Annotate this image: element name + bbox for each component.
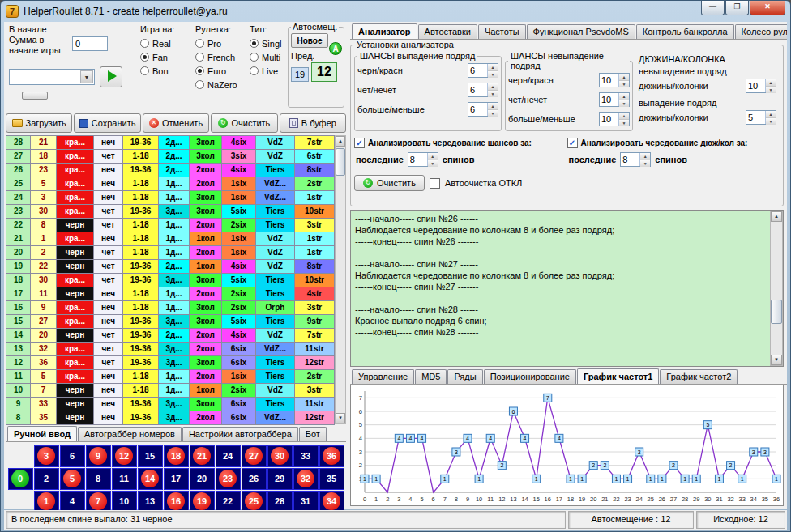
board-cell-1[interactable]: 1 [34,491,59,513]
close-button[interactable]: ✕ [750,1,785,15]
input-tab-0[interactable]: Ручной ввод [7,426,77,441]
hit-0-input[interactable] [468,64,487,77]
table-row[interactable]: 1527кра...неч19-363д...3кол5sixTiers9str [6,315,335,329]
miss-1-down-icon[interactable]: ▼ [619,100,629,107]
title-bar[interactable]: 7 HelperRoullet 8.71 - create helperroul… [1,1,790,22]
combo-dropdown-icon[interactable]: ▼ [80,70,93,83]
chart-tab-4[interactable]: График частот1 [577,368,659,384]
board-cell-33[interactable]: 33 [293,445,319,467]
start-sum-input[interactable] [72,36,108,51]
hit-1-down-icon[interactable]: ▼ [488,91,498,97]
chart-tab-3[interactable]: Позиционирование [484,369,576,384]
board-cell-31[interactable]: 31 [293,491,319,513]
board-cell-28[interactable]: 28 [267,491,293,513]
new-autoshift-button[interactable]: Новое [291,33,328,48]
analyzer-tab-1[interactable]: Автоставки [418,24,477,39]
scroll-up-icon[interactable]: ▲ [336,136,345,147]
table-row[interactable]: 1711черннеч1-181д...2кол2sixTiers4str [6,287,335,301]
dozen-miss-up-icon[interactable]: ▲ [766,79,776,87]
table-row[interactable]: 1236кра...чет19-363д...3кол6sixTiers12st… [6,356,335,370]
board-cell-4[interactable]: 4 [60,491,85,513]
chart-tab-2[interactable]: Ряды [447,369,482,384]
table-row[interactable]: 2330кра...чет19-363д...3кол5sixTiers10st… [6,205,335,219]
analyzer-tab-3[interactable]: Функционал PsevdoMS [527,24,635,39]
board-cell-3[interactable]: 3 [34,445,59,467]
hit-2-up-icon[interactable]: ▲ [488,103,498,110]
analyzer-clear-button[interactable]: Очистить [354,175,425,191]
table-row[interactable]: 2718кра...чет1-182д...3кол3sixVdZ6str [6,150,335,164]
scroll-thumb[interactable] [771,300,782,324]
hit-2-down-icon[interactable]: ▼ [488,110,498,117]
hit-1-input[interactable] [468,83,487,96]
board-cell-20[interactable]: 20 [190,468,215,490]
board-cell-29[interactable]: 29 [267,468,293,490]
alt-chances-checkbox[interactable]: ✓ [354,138,365,148]
roulette-option-french[interactable]: French [195,50,249,64]
game-on-option-bon[interactable]: Bon [140,64,194,78]
analyzer-tab-4[interactable]: Контроль банкролла [636,24,734,39]
board-cell-32[interactable]: 32 [293,468,319,490]
board-cell-6[interactable]: 6 [60,445,85,467]
board-cell-8[interactable]: 8 [86,468,111,490]
alt-dozens-down-icon[interactable]: ▼ [640,160,650,167]
miss-0-up-icon[interactable]: ▲ [619,74,629,81]
board-cell-9[interactable]: 9 [86,445,111,467]
table-row[interactable]: 211кра...неч1-181д...1кол1sixVdZ1str [6,232,335,246]
roulette-option-pro[interactable]: Pro [195,36,249,50]
table-row[interactable]: 169кра...неч1-181д...3кол2sixOrph3str [6,301,335,315]
board-cell-19[interactable]: 19 [190,491,215,513]
game-on-option-fan[interactable]: Fan [140,50,194,64]
miss-0-input[interactable] [600,74,618,87]
board-cell-18[interactable]: 18 [164,445,189,467]
board-cell-15[interactable]: 15 [138,445,163,467]
hit-0-up-icon[interactable]: ▲ [488,64,498,71]
board-cell-7[interactable]: 7 [86,491,111,513]
roulette-option-euro[interactable]: Euro [195,64,249,78]
scroll-down-icon[interactable]: ▼ [336,413,345,423]
miss-2-up-icon[interactable]: ▲ [619,113,629,120]
autoclean-checkbox[interactable] [430,178,440,189]
table-row[interactable]: 1830кра...чет19-363д...3кол5sixTiers10st… [6,274,335,287]
input-tab-1[interactable]: Автограббер номеров [78,427,182,441]
table-row[interactable]: 1332кра...чет19-363д...2кол6sixVdZ...11s… [6,343,335,356]
board-cell-36[interactable]: 36 [319,445,344,467]
game-on-option-real[interactable]: Real [140,36,194,50]
table-row[interactable]: 2623кра...неч19-362д...2кол4sixTiers8str [6,164,335,177]
table-row[interactable]: 115кра...неч1-181д...2кол1sixTiers2str [6,370,335,384]
table-row[interactable]: 933черннеч19-363д...3кол6sixTiers11str [6,398,335,411]
analyzer-tab-2[interactable]: Частоты [478,24,526,39]
hit-0-down-icon[interactable]: ▼ [488,71,498,78]
board-cell-30[interactable]: 30 [267,445,293,467]
table-row[interactable]: 228чернчет1-181д...2кол2sixTiers3str [6,219,335,232]
chart-tab-0[interactable]: Управление [352,369,414,384]
alt-chances-down-icon[interactable]: ▼ [428,160,438,167]
board-cell-10[interactable]: 10 [112,491,137,513]
maximize-button[interactable]: ❐ [725,1,749,15]
table-row[interactable]: 2821кра...неч19-362д...3кол4sixVdZ7str [6,136,335,150]
board-cell-13[interactable]: 13 [138,491,163,513]
miss-1-input[interactable] [600,93,618,106]
board-cell-23[interactable]: 23 [216,468,241,490]
board-cell-34[interactable]: 34 [319,491,344,513]
hit-1-up-icon[interactable]: ▲ [488,83,498,91]
dozen-hit-input[interactable] [746,111,765,124]
hit-2-input[interactable] [468,103,487,116]
load-button[interactable]: Загрузить [6,113,72,133]
board-cell-5[interactable]: 5 [60,468,85,490]
roulette-option-nazero[interactable]: NaZero [195,78,249,92]
board-cell-22[interactable]: 22 [216,491,241,513]
miss-2-input[interactable] [600,113,618,126]
alt-dozens-up-icon[interactable]: ▲ [640,153,650,160]
board-cell-25[interactable]: 25 [242,491,267,513]
table-row[interactable]: 243кра...неч1-181д...3кол1sixVdZ...1str [6,191,335,205]
table-row[interactable]: 1420чернчет19-362д...2кол4sixVdZ7str [6,329,335,343]
undo-button[interactable]: Отменить [143,113,209,133]
input-tab-3[interactable]: Бот [299,427,327,441]
dozen-miss-down-icon[interactable]: ▼ [766,87,776,93]
miss-2-down-icon[interactable]: ▼ [619,120,629,126]
board-cell-2[interactable]: 2 [34,468,59,490]
autoshift-badge[interactable]: A [329,42,342,55]
miss-0-down-icon[interactable]: ▼ [619,81,629,87]
alt-chances-input[interactable] [408,153,427,166]
table-scrollbar[interactable]: ▲ ▼ [335,135,346,424]
